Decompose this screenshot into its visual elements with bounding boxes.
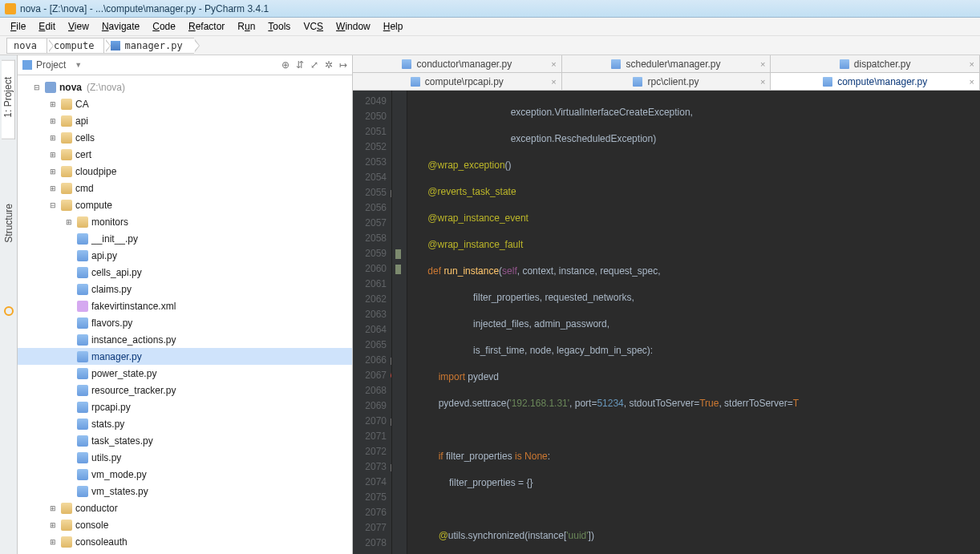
editor-tab[interactable]: dispatcher.py× — [771, 55, 980, 72]
tree-row[interactable]: ⊞monitors — [18, 213, 352, 230]
line-number[interactable]: 2069 — [353, 398, 387, 414]
menu-edit[interactable]: Edit — [33, 19, 61, 34]
line-number-gutter[interactable]: 2049205020512052205320542055205620572058… — [353, 91, 391, 554]
tree-expand-icon[interactable]: ⊟ — [48, 201, 58, 209]
tree-row[interactable]: ⊞CA — [18, 95, 352, 112]
tree-row[interactable]: vm_states.py — [18, 483, 352, 499]
sort-icon[interactable]: ⇵ — [296, 59, 304, 71]
tool-tab-structure[interactable]: Structure — [2, 188, 15, 259]
menu-navigate[interactable]: Navigate — [96, 19, 145, 34]
line-number[interactable]: 2051 — [353, 124, 387, 140]
line-number[interactable]: 2061 — [353, 277, 387, 292]
line-number[interactable]: 2072 — [353, 444, 387, 459]
line-number[interactable]: 2078 — [353, 536, 387, 551]
menu-file[interactable]: File — [5, 19, 31, 34]
line-number[interactable]: 2060 — [353, 261, 387, 277]
tree-row[interactable]: power_state.py — [18, 365, 352, 382]
code-content[interactable]: exception.VirtualInterfaceCreateExceptio… — [407, 91, 980, 554]
line-number[interactable]: 2063 — [353, 307, 387, 322]
tree-expand-icon[interactable]: ⊞ — [48, 134, 58, 142]
menu-view[interactable]: View — [63, 19, 95, 34]
menu-window[interactable]: Window — [330, 19, 376, 34]
breadcrumb-item[interactable]: compute — [47, 38, 106, 54]
tree-row[interactable]: fakevirtinstance.xml — [18, 297, 352, 314]
line-number[interactable]: 2064 — [353, 322, 387, 338]
breadcrumb-item[interactable]: manager.py — [103, 38, 193, 54]
tree-expand-icon[interactable]: ⊞ — [48, 538, 58, 546]
tree-row[interactable]: ⊟nova(Z:\nova) — [18, 79, 352, 95]
line-number[interactable]: 2068 — [353, 383, 387, 398]
line-number[interactable]: 2052 — [353, 140, 387, 155]
tree-row[interactable]: instance_actions.py — [18, 331, 352, 348]
line-number[interactable]: 2065 — [353, 338, 387, 353]
menu-vcs[interactable]: VCS — [298, 19, 329, 34]
menu-code[interactable]: Code — [147, 19, 181, 34]
tree-row[interactable]: ⊞console — [18, 516, 352, 533]
line-number[interactable]: 2067 — [353, 368, 387, 383]
tree-expand-icon[interactable]: ⊞ — [48, 184, 58, 192]
line-number[interactable]: 2054 — [353, 170, 387, 185]
tree-row[interactable]: ⊞consoleauth — [18, 533, 352, 550]
menu-run[interactable]: Run — [232, 19, 261, 34]
editor-tab[interactable]: compute\manager.py× — [771, 73, 980, 90]
close-icon[interactable]: × — [970, 77, 974, 87]
tree-expand-icon[interactable]: ⊞ — [48, 151, 58, 159]
editor-tab[interactable]: scheduler\manager.py× — [562, 55, 771, 72]
close-icon[interactable]: × — [760, 77, 765, 87]
breadcrumb-item[interactable]: nova — [6, 38, 48, 54]
hide-panel-icon[interactable]: ↦ — [339, 59, 347, 71]
line-number[interactable]: 2066 — [353, 353, 387, 368]
gear-icon[interactable]: ✲ — [325, 59, 333, 71]
editor-tab[interactable]: conductor\manager.py× — [353, 55, 562, 72]
editor-tab[interactable]: compute\rpcapi.py× — [353, 73, 562, 90]
line-number[interactable]: 2059 — [353, 246, 387, 261]
project-view-dropdown[interactable]: ▼ — [75, 61, 82, 69]
line-number[interactable]: 2062 — [353, 292, 387, 307]
tree-row[interactable]: task_states.py — [18, 432, 352, 449]
tree-row[interactable]: stats.py — [18, 415, 352, 432]
tree-row[interactable]: resource_tracker.py — [18, 382, 352, 398]
editor-tab[interactable]: rpc\client.py× — [562, 73, 771, 90]
tree-row[interactable]: manager.py — [18, 348, 352, 365]
line-number[interactable]: 2071 — [353, 429, 387, 444]
project-tree[interactable]: ⊟nova(Z:\nova)⊞CA⊞api⊞cells⊞cert⊞cloudpi… — [18, 75, 352, 554]
close-icon[interactable]: × — [551, 59, 556, 69]
menu-tools[interactable]: Tools — [262, 19, 296, 34]
tree-row[interactable]: utils.py — [18, 449, 352, 466]
line-number[interactable]: 2074 — [353, 475, 387, 490]
tree-row[interactable]: rpcapi.py — [18, 398, 352, 415]
tree-expand-icon[interactable]: ⊞ — [48, 117, 58, 125]
line-number[interactable]: 2058 — [353, 231, 387, 246]
line-number[interactable]: 2070 — [353, 414, 387, 429]
tree-row[interactable]: vm_mode.py — [18, 466, 352, 483]
menu-help[interactable]: Help — [378, 19, 409, 34]
tree-row[interactable]: ⊞conductor — [18, 499, 352, 516]
line-number[interactable]: 2049 — [353, 94, 387, 109]
tree-expand-icon[interactable]: ⊞ — [48, 521, 58, 529]
code-editor[interactable]: 2049205020512052205320542055205620572058… — [353, 91, 980, 554]
line-number[interactable]: 2053 — [353, 155, 387, 170]
line-number[interactable]: 2050 — [353, 109, 387, 124]
close-icon[interactable]: × — [551, 77, 556, 87]
menu-refactor[interactable]: Refactor — [183, 19, 230, 34]
tree-row[interactable]: ⊞cloudpipe — [18, 163, 352, 180]
tree-expand-icon[interactable]: ⊟ — [32, 83, 42, 91]
line-number[interactable]: 2077 — [353, 520, 387, 536]
tree-row[interactable]: api.py — [18, 247, 352, 264]
line-number[interactable]: 2073 — [353, 459, 387, 475]
tree-expand-icon[interactable]: ⊞ — [48, 504, 58, 512]
collapse-all-icon[interactable]: ⤢ — [310, 59, 318, 71]
tree-row[interactable]: ⊞cmd — [18, 180, 352, 196]
tree-expand-icon[interactable]: ⊞ — [48, 100, 58, 108]
line-number[interactable]: 2057 — [353, 216, 387, 231]
line-number[interactable]: 2075 — [353, 490, 387, 505]
tool-tab-project[interactable]: 1: Project — [2, 60, 15, 140]
scroll-to-source-icon[interactable]: ⊕ — [281, 59, 290, 71]
line-number[interactable]: 2076 — [353, 505, 387, 520]
line-number[interactable]: 2056 — [353, 200, 387, 216]
line-number[interactable]: 2055 — [353, 185, 387, 200]
tree-row[interactable]: claims.py — [18, 281, 352, 297]
tree-row[interactable]: flavors.py — [18, 314, 352, 331]
tree-expand-icon[interactable]: ⊞ — [64, 218, 74, 226]
tree-row[interactable]: ⊞api — [18, 112, 352, 129]
